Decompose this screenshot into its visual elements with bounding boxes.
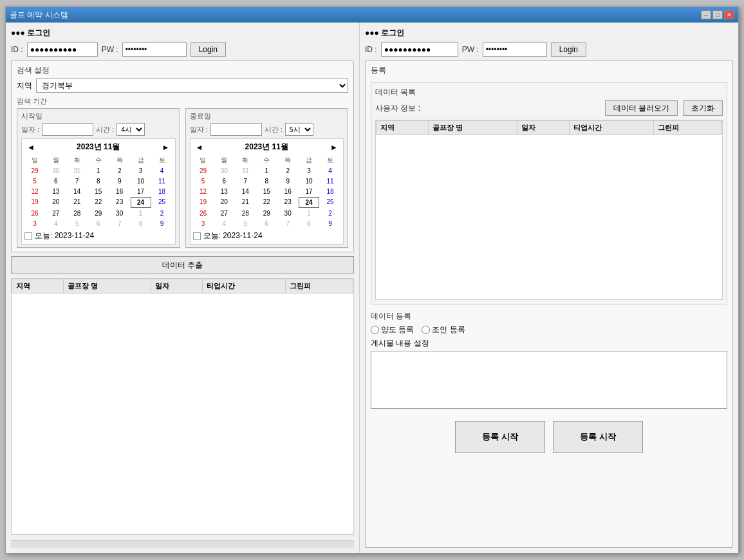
end-cal-prev[interactable]: ◄	[193, 143, 206, 152]
radio-yanggdo-label[interactable]: 양도 등록	[371, 324, 414, 335]
cal-day[interactable]: 29	[24, 166, 45, 176]
cal-day[interactable]: 19	[24, 197, 45, 208]
cal-day[interactable]: 29	[88, 209, 109, 218]
start-time-select[interactable]: 4시5시6시7시8시	[116, 123, 145, 136]
cal-day[interactable]: 16	[109, 187, 130, 196]
cal2-day[interactable]: 7	[277, 219, 298, 229]
cal2-day[interactable]: 6	[256, 219, 277, 229]
cal-day[interactable]: 30	[46, 166, 66, 176]
radio-join[interactable]	[422, 326, 430, 334]
cal2-day[interactable]: 4	[214, 219, 234, 229]
cal2-day[interactable]: 13	[214, 187, 234, 196]
start-today-checkbox[interactable]	[24, 232, 32, 240]
cal2-day[interactable]: 29	[193, 166, 214, 176]
cal2-day[interactable]: 17	[299, 187, 319, 196]
cal-day[interactable]: 3	[24, 219, 45, 229]
cal2-day[interactable]: 22	[256, 197, 277, 208]
cal2-day[interactable]: 29	[256, 209, 277, 218]
start-cal-prev[interactable]: ◄	[24, 143, 37, 152]
right-id-input[interactable]	[381, 42, 458, 57]
cal2-day[interactable]: 28	[235, 209, 256, 218]
register-start-button-1[interactable]: 등록 시작	[455, 421, 545, 453]
cal-day[interactable]: 6	[46, 176, 66, 186]
left-login-button[interactable]: Login	[191, 42, 226, 57]
cal-day[interactable]: 5	[67, 219, 88, 229]
radio-yanggdo[interactable]	[371, 326, 379, 334]
cal-day[interactable]: 4	[152, 166, 172, 176]
cal-day[interactable]: 2	[152, 209, 172, 218]
cal-day[interactable]: 27	[46, 209, 66, 218]
cal2-day[interactable]: 16	[277, 187, 298, 196]
left-id-input[interactable]	[27, 42, 98, 57]
cal-day[interactable]: 30	[109, 209, 130, 218]
board-textarea[interactable]	[371, 351, 727, 409]
cal-day[interactable]: 4	[46, 219, 66, 229]
cal-day[interactable]: 7	[67, 176, 88, 186]
cal2-day[interactable]: 1	[299, 209, 319, 218]
cal-day[interactable]: 25	[152, 197, 172, 208]
cal-day[interactable]: 31	[67, 166, 88, 176]
cal2-day[interactable]: 19	[193, 197, 214, 208]
cal2-day[interactable]: 6	[214, 176, 234, 186]
cal-day[interactable]: 8	[88, 176, 109, 186]
cal2-day[interactable]: 2	[320, 209, 340, 218]
cal-day[interactable]: 22	[88, 197, 109, 208]
minimize-button[interactable]: ─	[701, 10, 711, 19]
cal2-day-selected[interactable]: 24	[299, 197, 319, 208]
cal-day[interactable]: 26	[24, 209, 45, 218]
left-scrollbar[interactable]	[11, 540, 354, 548]
end-date-input[interactable]	[210, 123, 262, 136]
cal2-day[interactable]: 23	[277, 197, 298, 208]
cal-day[interactable]: 9	[152, 219, 172, 229]
cal2-day[interactable]: 2	[277, 166, 298, 176]
cal2-day[interactable]: 9	[277, 176, 298, 186]
start-date-input[interactable]	[42, 123, 93, 136]
left-pw-input[interactable]	[122, 42, 187, 57]
end-time-select[interactable]: 5시6시7시8시9시	[285, 123, 313, 136]
maximize-button[interactable]: □	[712, 10, 723, 19]
cal2-day[interactable]: 27	[214, 209, 234, 218]
cal-day[interactable]: 13	[46, 187, 66, 196]
cal-day[interactable]: 11	[152, 176, 172, 186]
cal-day[interactable]: 10	[131, 176, 151, 186]
cal-day[interactable]: 18	[152, 187, 172, 196]
cal2-day[interactable]: 8	[299, 219, 319, 229]
cal-day[interactable]: 1	[131, 209, 151, 218]
cal-day[interactable]: 21	[67, 197, 88, 208]
right-pw-input[interactable]	[483, 42, 547, 57]
cal-day[interactable]: 7	[109, 219, 130, 229]
cal-day[interactable]: 5	[24, 176, 45, 186]
extract-button[interactable]: 데이터 추출	[11, 256, 354, 274]
cal2-day[interactable]: 1	[256, 166, 277, 176]
cal2-day[interactable]: 8	[256, 176, 277, 186]
cal-day[interactable]: 1	[88, 166, 109, 176]
reset-button[interactable]: 초기화	[683, 100, 723, 116]
radio-join-label[interactable]: 조인 등록	[422, 324, 465, 335]
right-login-button[interactable]: Login	[551, 42, 586, 57]
cal2-day[interactable]: 5	[235, 219, 256, 229]
cal2-day[interactable]: 12	[193, 187, 214, 196]
cal2-day[interactable]: 15	[256, 187, 277, 196]
register-start-button-2[interactable]: 등록 시작	[553, 421, 643, 453]
cal-day[interactable]: 2	[109, 166, 130, 176]
close-button[interactable]: ✕	[724, 10, 734, 19]
cal2-day[interactable]: 3	[193, 219, 214, 229]
cal2-day[interactable]: 14	[235, 187, 256, 196]
cal2-day[interactable]: 20	[214, 197, 234, 208]
cal-day[interactable]: 14	[67, 187, 88, 196]
cal2-day[interactable]: 26	[193, 209, 214, 218]
cal-day[interactable]: 28	[67, 209, 88, 218]
cal-day[interactable]: 9	[109, 176, 130, 186]
cal2-day[interactable]: 21	[235, 197, 256, 208]
cal2-day[interactable]: 25	[320, 197, 340, 208]
cal2-day[interactable]: 4	[320, 166, 340, 176]
end-cal-next[interactable]: ►	[328, 143, 340, 152]
cal-day[interactable]: 23	[109, 197, 130, 208]
cal2-day[interactable]: 3	[299, 166, 319, 176]
cal-day[interactable]: 8	[131, 219, 151, 229]
cal-day[interactable]: 20	[46, 197, 66, 208]
cal-day[interactable]: 15	[88, 187, 109, 196]
cal-day[interactable]: 3	[131, 166, 151, 176]
cal2-day[interactable]: 30	[214, 166, 234, 176]
cal2-day[interactable]: 10	[299, 176, 319, 186]
